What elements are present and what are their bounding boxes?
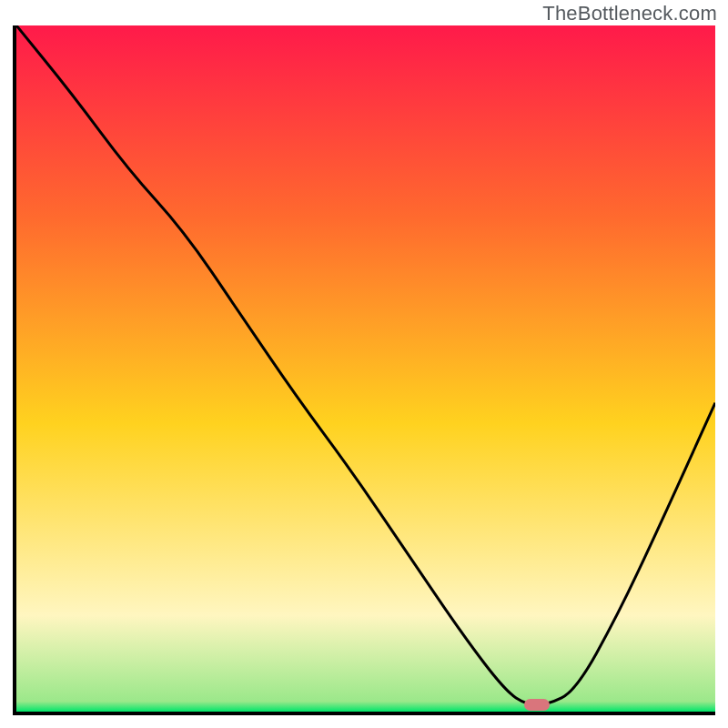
gradient-background [16, 25, 715, 712]
chart-svg [16, 25, 715, 712]
watermark-text: TheBottleneck.com [542, 2, 717, 25]
plot-area [16, 25, 715, 712]
bottleneck-chart [13, 25, 715, 715]
optimal-marker [524, 699, 550, 711]
